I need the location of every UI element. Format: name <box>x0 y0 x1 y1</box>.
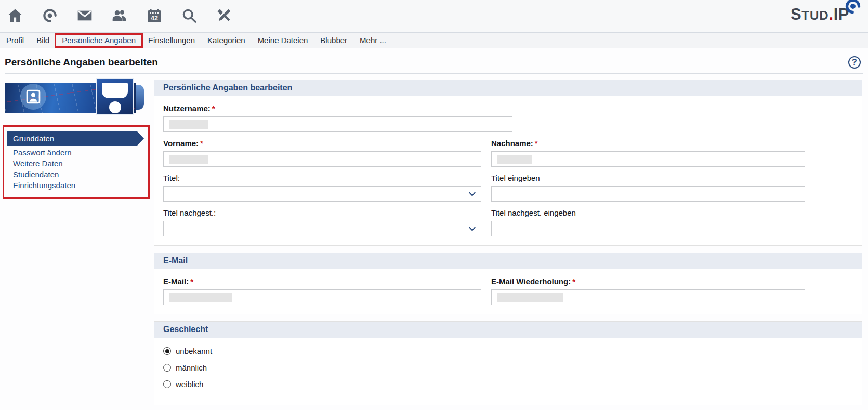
label-text: Nachname: <box>491 139 533 148</box>
schedule-badge: 42 <box>151 15 158 22</box>
label-text: E-Mail: <box>163 277 189 286</box>
logo-text: S <box>791 5 801 24</box>
tab-mehr[interactable]: Mehr ... <box>353 33 392 48</box>
label-text: E-Mail Wiederholung: <box>491 277 571 286</box>
firstname-label: Vorname:* <box>163 139 481 148</box>
spiral-icon[interactable] <box>41 7 59 24</box>
studip-logo[interactable]: STUD.IP <box>791 5 860 24</box>
logo-dot: . <box>829 5 834 24</box>
redacted-value <box>169 120 208 129</box>
main-content: Persönliche Angaben bearbeiten Nutzernam… <box>154 80 862 410</box>
fieldset-personal: Persönliche Angaben bearbeiten Nutzernam… <box>154 80 862 246</box>
fieldset-email: E-Mail E-Mail:* E-Mail Wiederholung:* <box>154 253 862 314</box>
tab-blubber[interactable]: Blubber <box>314 33 353 48</box>
tab-label: Persönliche Angaben <box>62 36 136 45</box>
floppy-icon <box>96 78 134 115</box>
avatar-icon <box>20 84 46 110</box>
sidebar-item-einrichtungsdaten[interactable]: Einrichtungsdaten <box>7 180 144 191</box>
lastname-input[interactable] <box>491 151 805 167</box>
toolbar-icon-row: 42 <box>0 0 868 24</box>
sidebar-item-grunddaten[interactable]: Grunddaten <box>7 131 144 146</box>
sidebar-item-studiendaten[interactable]: Studiendaten <box>7 169 144 180</box>
schedule-icon[interactable]: 42 <box>146 7 163 24</box>
floppy-shutter <box>102 83 128 98</box>
home-icon[interactable] <box>6 7 24 24</box>
title-suffix-input[interactable] <box>491 221 805 236</box>
mail-icon[interactable] <box>76 7 94 24</box>
tab-persoenliche-angaben[interactable]: Persönliche Angaben <box>56 33 142 48</box>
redacted-value <box>497 155 532 164</box>
username-label: Nutzername:* <box>163 104 853 113</box>
title-input[interactable] <box>491 186 805 202</box>
radio-label: männlich <box>176 363 207 372</box>
redacted-value <box>169 155 208 164</box>
profile-tabbar: Profil Bild Persönliche Angaben Einstell… <box>0 32 868 48</box>
community-icon[interactable] <box>111 7 128 24</box>
radio-button[interactable] <box>163 364 171 372</box>
page-head: Persönliche Angaben bearbeiten ? <box>0 48 868 73</box>
sidebar-banner-image <box>5 80 144 114</box>
label-text: Nutzername: <box>163 104 211 113</box>
tab-kategorien[interactable]: Kategorien <box>201 33 252 48</box>
required-marker: * <box>572 277 575 286</box>
sidebar-item-passwort-aendern[interactable]: Passwort ändern <box>7 147 144 158</box>
title-select[interactable] <box>163 186 481 202</box>
required-marker: * <box>535 139 538 148</box>
page-title: Persönliche Angaben bearbeiten <box>5 57 158 68</box>
label-text: Vorname: <box>163 139 199 148</box>
required-marker: * <box>190 277 193 286</box>
fieldset-email-title: E-Mail <box>154 253 862 269</box>
tab-profil[interactable]: Profil <box>0 33 30 48</box>
required-marker: * <box>212 104 215 113</box>
title-suffix-input-label: Titel nachgest. eingeben <box>491 208 805 217</box>
redacted-value <box>497 293 563 302</box>
required-marker: * <box>200 139 203 148</box>
email-input[interactable] <box>163 289 481 305</box>
gender-option-unbekannt[interactable]: unbekannt <box>163 347 853 355</box>
radio-button[interactable] <box>163 380 171 388</box>
tab-bild[interactable]: Bild <box>30 33 56 48</box>
sidebar-item-weitere-daten[interactable]: Weitere Daten <box>7 158 144 169</box>
top-toolbar: 42 STUD.IP <box>0 0 868 32</box>
redacted-value <box>169 293 232 302</box>
chevron-down-icon <box>469 227 476 232</box>
tab-einstellungen[interactable]: Einstellungen <box>142 33 201 48</box>
gender-option-weiblich[interactable]: weiblich <box>163 380 853 389</box>
title-suffix-select[interactable] <box>163 221 481 236</box>
fieldset-personal-title: Persönliche Angaben bearbeiten <box>154 80 862 96</box>
title-input-label: Titel eingeben <box>491 174 805 182</box>
email-repeat-input[interactable] <box>491 289 805 305</box>
radio-button[interactable] <box>163 347 171 355</box>
lastname-label: Nachname:* <box>491 139 805 148</box>
help-icon[interactable]: ? <box>848 56 861 69</box>
tab-meine-dateien[interactable]: Meine Dateien <box>252 33 314 48</box>
email-label: E-Mail:* <box>163 277 481 286</box>
radio-label: weiblich <box>176 380 203 389</box>
title-suffix-label: Titel nachgest.: <box>163 208 481 217</box>
firstname-input[interactable] <box>163 151 481 167</box>
radio-label: unbekannt <box>176 347 212 355</box>
chevron-down-icon <box>469 192 476 197</box>
logo-text: TUD <box>801 8 828 23</box>
sidebar: Grunddaten Passwort ändern Weitere Daten… <box>0 80 147 410</box>
fieldset-gender: Geschlecht unbekannt männlich weiblich <box>154 321 862 405</box>
search-icon[interactable] <box>180 7 198 24</box>
username-input[interactable] <box>163 116 512 132</box>
tools-icon[interactable] <box>215 7 233 24</box>
floppy-hub <box>109 101 121 113</box>
email-repeat-label: E-Mail Wiederholung:* <box>491 277 805 286</box>
title-label: Titel: <box>163 174 481 182</box>
sidebar-menu-annotated: Grunddaten Passwort ändern Weitere Daten… <box>3 125 150 199</box>
logo-swirl-icon <box>845 0 861 14</box>
divider <box>5 73 863 74</box>
fieldset-gender-title: Geschlecht <box>154 322 862 338</box>
gender-option-maennlich[interactable]: männlich <box>163 363 853 372</box>
